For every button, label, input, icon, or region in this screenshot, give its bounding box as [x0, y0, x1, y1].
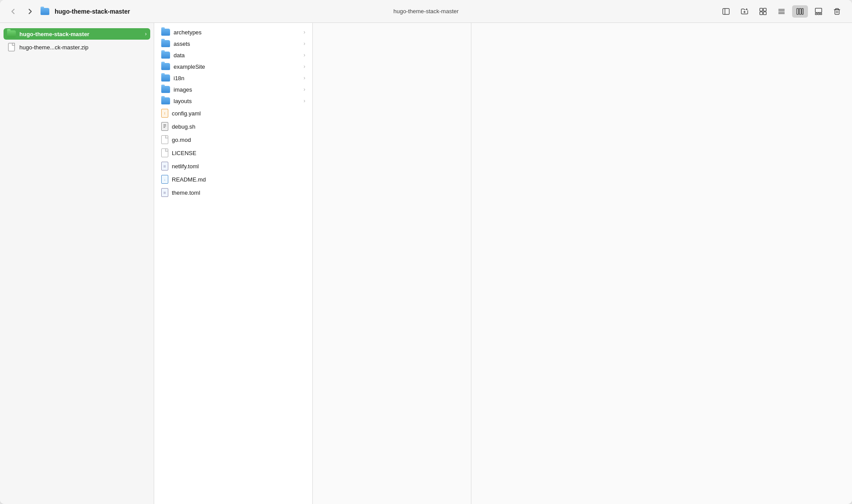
list-item[interactable]: debug.sh	[154, 120, 312, 133]
list-item[interactable]: layouts ›	[154, 95, 312, 107]
yaml-file-icon: !	[161, 109, 168, 118]
file-label: i18n	[174, 75, 300, 82]
titlebar: hugo-theme-stack-master hugo-theme-stack…	[0, 0, 852, 23]
svg-rect-7	[760, 8, 763, 11]
gallery-view-button[interactable]	[811, 5, 826, 18]
svg-rect-0	[723, 8, 730, 14]
svg-rect-17	[802, 8, 803, 14]
sidebar-item-zip[interactable]: hugo-theme...ck-master.zip	[4, 41, 150, 54]
sidebar: hugo-theme-stack-master › hugo-theme...c…	[0, 23, 154, 504]
readme-file-icon: ↓	[161, 175, 168, 184]
svg-rect-8	[763, 8, 767, 11]
list-item[interactable]: exampleSite ›	[154, 61, 312, 72]
chevron-icon: ›	[304, 86, 305, 93]
file-column-3	[471, 23, 852, 504]
file-label: data	[174, 52, 300, 59]
titlebar-left: hugo-theme-stack-master	[7, 5, 130, 18]
doc-file-icon	[161, 148, 168, 157]
file-columns: archetypes › assets › data ›	[154, 23, 852, 504]
svg-rect-20	[818, 13, 819, 15]
delete-button[interactable]	[829, 5, 845, 18]
file-label: config.yaml	[172, 110, 305, 117]
sidebar-item-label: hugo-theme-stack-master	[19, 31, 141, 37]
file-label: netlify.toml	[172, 163, 305, 170]
file-label: images	[174, 86, 300, 93]
content-area: hugo-theme-stack-master › hugo-theme...c…	[0, 23, 852, 504]
folder-icon	[161, 40, 170, 47]
list-item[interactable]: ! config.yaml	[154, 107, 312, 120]
folder-icon	[161, 29, 170, 36]
sidebar-folder-icon-green	[7, 30, 16, 37]
titlebar-folder-info: hugo-theme-stack-master	[41, 8, 130, 15]
list-view-button[interactable]	[774, 5, 789, 18]
chevron-icon: ›	[304, 29, 305, 35]
svg-rect-18	[815, 8, 822, 12]
folder-icon	[161, 74, 170, 82]
list-item[interactable]: data ›	[154, 49, 312, 61]
list-item[interactable]: netlify.toml	[154, 159, 312, 173]
svg-rect-22	[835, 9, 839, 14]
back-button[interactable]	[7, 5, 19, 18]
toolbar-right	[718, 5, 845, 18]
folder-icon	[161, 97, 170, 104]
file-label: assets	[174, 41, 300, 47]
folder-icon	[161, 86, 170, 93]
folder-icon	[161, 63, 170, 70]
list-item[interactable]: i18n ›	[154, 72, 312, 84]
file-label: archetypes	[174, 29, 300, 36]
toml-file-icon	[161, 188, 168, 197]
icon-view-button[interactable]	[755, 5, 771, 18]
zip-file-icon	[7, 43, 16, 52]
list-item[interactable]: ↓ README.md	[154, 173, 312, 186]
breadcrumb: hugo-theme-stack-master	[393, 8, 459, 15]
file-label: README.md	[172, 176, 305, 183]
sidebar-toggle-button[interactable]	[718, 5, 734, 18]
column-view-button[interactable]	[792, 5, 808, 18]
sidebar-item-zip-label: hugo-theme...ck-master.zip	[19, 44, 147, 51]
list-item[interactable]: assets ›	[154, 38, 312, 49]
file-label: go.mod	[172, 137, 305, 143]
window-title: hugo-theme-stack-master	[55, 8, 130, 15]
file-column-1: archetypes › assets › data ›	[154, 23, 313, 504]
forward-button[interactable]	[24, 5, 36, 18]
chevron-icon: ›	[304, 63, 305, 70]
chevron-icon: ›	[304, 52, 305, 58]
file-column-2	[313, 23, 471, 504]
chevron-icon: ›	[304, 41, 305, 47]
list-item[interactable]: LICENSE	[154, 146, 312, 159]
svg-rect-16	[799, 8, 801, 14]
svg-rect-26	[12, 43, 15, 45]
chevron-icon: ›	[304, 75, 305, 81]
svg-rect-21	[820, 13, 822, 15]
list-item[interactable]: archetypes ›	[154, 26, 312, 38]
doc-file-icon	[161, 135, 168, 144]
sh-file-icon	[161, 122, 168, 131]
file-label: LICENSE	[172, 150, 305, 156]
chevron-icon: ›	[304, 98, 305, 104]
file-label: exampleSite	[174, 63, 300, 70]
svg-rect-9	[760, 11, 763, 15]
list-item[interactable]: images ›	[154, 84, 312, 95]
svg-rect-19	[815, 13, 817, 15]
folder-icon	[161, 52, 170, 59]
finder-window: hugo-theme-stack-master hugo-theme-stack…	[0, 0, 852, 504]
new-folder-button[interactable]	[737, 5, 752, 18]
toml-file-icon	[161, 162, 168, 170]
svg-rect-10	[763, 11, 767, 15]
title-folder-icon	[41, 8, 49, 15]
file-label: layouts	[174, 98, 300, 104]
file-label: theme.toml	[172, 189, 305, 196]
sidebar-item-hugo-theme-stack-master[interactable]: hugo-theme-stack-master ›	[4, 28, 150, 40]
list-item[interactable]: go.mod	[154, 133, 312, 146]
list-item[interactable]: theme.toml	[154, 186, 312, 199]
svg-rect-15	[797, 8, 799, 14]
file-label: debug.sh	[172, 123, 305, 130]
sidebar-chevron-icon: ›	[145, 31, 147, 37]
